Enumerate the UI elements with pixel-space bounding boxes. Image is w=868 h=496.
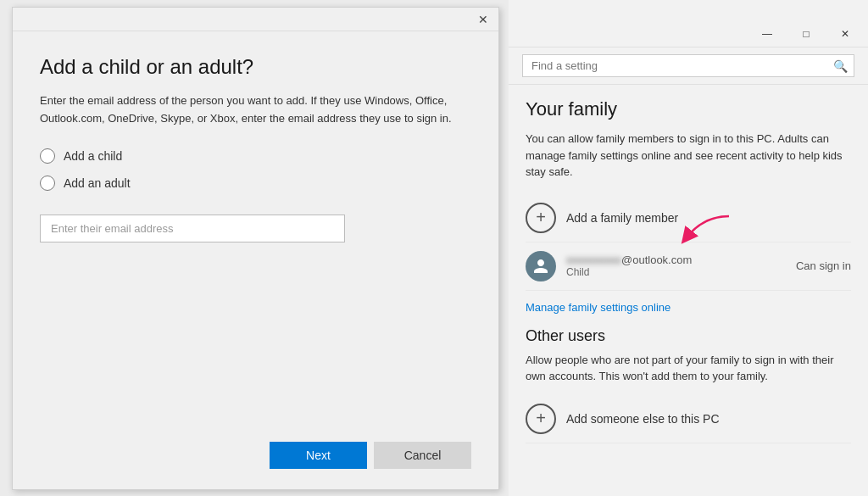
dialog-footer: Next Cancel: [40, 428, 471, 472]
next-button[interactable]: Next: [270, 442, 367, 469]
add-person-dialog: ✕ Add a child or an adult? Enter the ema…: [12, 7, 499, 490]
other-users-desc: Allow people who are not part of your fa…: [526, 352, 851, 385]
radio-adult-label: Add an adult: [64, 176, 131, 190]
settings-content: Your family You can allow family members…: [509, 85, 868, 496]
radio-child-option[interactable]: Add a child: [40, 148, 471, 164]
add-family-text: Add a family member: [566, 211, 678, 225]
radio-child-input[interactable]: [40, 148, 55, 164]
family-description: You can allow family members to sign in …: [526, 131, 851, 181]
dialog-description: Enter the email address of the person yo…: [40, 92, 471, 128]
radio-group: Add a child Add an adult: [40, 148, 471, 191]
add-family-icon: +: [526, 203, 556, 233]
dialog-titlebar: ✕: [13, 8, 498, 31]
member-role: Child: [566, 266, 796, 278]
family-section-title: Your family: [526, 98, 851, 120]
settings-search-input[interactable]: [522, 54, 854, 77]
member-email-text: xxxxxxxxxx: [566, 254, 621, 266]
cancel-button[interactable]: Cancel: [374, 442, 471, 469]
member-status: Can sign in: [796, 259, 851, 272]
settings-titlebar: — □ ✕: [509, 20, 868, 47]
add-other-user-row[interactable]: + Add someone else to this PC: [526, 395, 851, 443]
add-family-member-row[interactable]: + Add a family member: [526, 194, 851, 242]
close-button[interactable]: ✕: [826, 20, 865, 47]
dialog-close-button[interactable]: ✕: [468, 8, 498, 31]
settings-search-bar: 🔍: [509, 47, 868, 85]
add-someone-label: Add someone else to this PC: [566, 412, 720, 426]
other-users-title: Other users: [526, 327, 851, 345]
add-family-label: Add a family member: [566, 210, 851, 226]
dialog-title: Add a child or an adult?: [40, 55, 471, 79]
child-member-row: xxxxxxxxxx@outlook.com Child Can sign in: [526, 242, 851, 291]
radio-adult-input[interactable]: [40, 176, 55, 191]
radio-child-label: Add a child: [64, 149, 122, 163]
settings-window: Move to Trash — □ ✕ 🔍 Your family You ca…: [509, 0, 868, 496]
maximize-button[interactable]: □: [787, 20, 826, 47]
email-input[interactable]: [40, 215, 345, 242]
minimize-button[interactable]: —: [748, 20, 787, 47]
member-info: xxxxxxxxxx@outlook.com Child: [566, 254, 796, 278]
dialog-body: Add a child or an adult? Enter the email…: [13, 31, 498, 489]
radio-adult-option[interactable]: Add an adult: [40, 176, 471, 191]
member-email-domain: @outlook.com: [621, 254, 692, 266]
manage-family-link[interactable]: Manage family settings online: [526, 301, 851, 314]
add-user-icon: +: [526, 404, 556, 434]
member-avatar: [526, 251, 556, 281]
search-icon: 🔍: [833, 59, 848, 73]
member-email-blurred: xxxxxxxxxx@outlook.com: [566, 254, 796, 266]
